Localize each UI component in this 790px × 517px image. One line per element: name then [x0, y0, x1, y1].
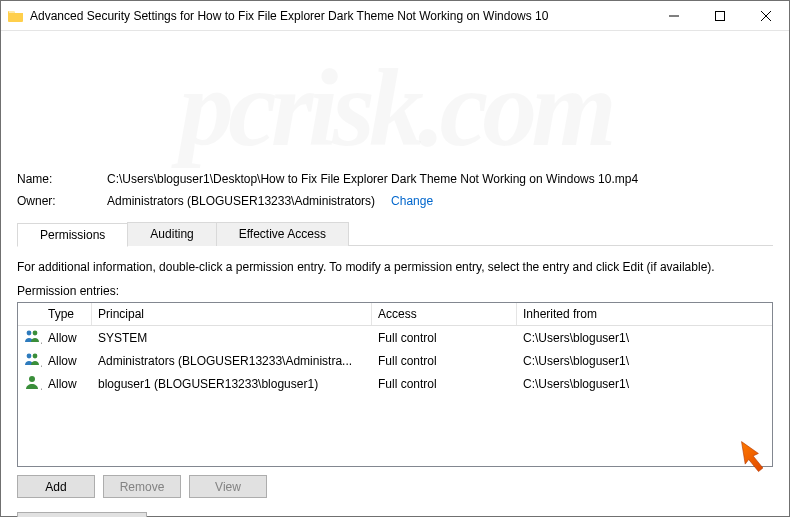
cell-access: Full control — [372, 353, 517, 369]
name-value: C:\Users\bloguser1\Desktop\How to Fix Fi… — [107, 172, 638, 186]
add-button[interactable]: Add — [17, 475, 95, 498]
table-row[interactable]: AllowAdministrators (BLOGUSER13233\Admin… — [18, 349, 772, 372]
maximize-button[interactable] — [697, 1, 743, 31]
cell-inherited: C:\Users\bloguser1\ — [517, 376, 772, 392]
tab-effective-access[interactable]: Effective Access — [216, 222, 349, 246]
cell-type: Allow — [42, 376, 92, 392]
entry-buttons: Add Remove View — [17, 475, 773, 498]
cell-access: Full control — [372, 376, 517, 392]
inheritance-section: Disable inheritance — [17, 512, 773, 517]
close-button[interactable] — [743, 1, 789, 31]
change-owner-link[interactable]: Change — [391, 194, 433, 208]
window-title: Advanced Security Settings for How to Fi… — [30, 9, 651, 23]
remove-button[interactable]: Remove — [103, 475, 181, 498]
tab-permissions[interactable]: Permissions — [17, 223, 128, 247]
header-access[interactable]: Access — [372, 303, 517, 325]
svg-point-5 — [29, 376, 35, 382]
svg-point-2 — [33, 331, 38, 336]
entries-label: Permission entries: — [17, 284, 773, 298]
owner-value: Administrators (BLOGUSER13233\Administra… — [107, 194, 375, 208]
cell-type: Allow — [42, 330, 92, 346]
header-type[interactable]: Type — [42, 303, 92, 325]
tabstrip: Permissions Auditing Effective Access — [17, 222, 773, 246]
table-row[interactable]: Allowbloguser1 (BLOGUSER13233\bloguser1)… — [18, 372, 772, 395]
header-icon-col[interactable] — [18, 303, 42, 325]
window-controls — [651, 1, 789, 30]
cell-principal: Administrators (BLOGUSER13233\Administra… — [92, 353, 372, 369]
table-row[interactable]: AllowSYSTEMFull controlC:\Users\bloguser… — [18, 326, 772, 349]
cell-principal: SYSTEM — [92, 330, 372, 346]
principal-icon — [18, 327, 42, 348]
watermark: pcrisk.com — [17, 45, 773, 172]
permission-entries-list[interactable]: Type Principal Access Inherited from All… — [17, 302, 773, 467]
view-button[interactable]: View — [189, 475, 267, 498]
principal-icon — [18, 350, 42, 371]
principal-icon — [18, 373, 42, 394]
cell-type: Allow — [42, 353, 92, 369]
svg-point-1 — [27, 331, 32, 336]
dialog-content: pcrisk.com Name: C:\Users\bloguser1\Desk… — [1, 31, 789, 517]
instruction-text: For additional information, double-click… — [17, 260, 773, 274]
tab-auditing[interactable]: Auditing — [127, 222, 216, 246]
owner-label: Owner: — [17, 194, 101, 208]
security-settings-window: Advanced Security Settings for How to Fi… — [0, 0, 790, 517]
list-body: AllowSYSTEMFull controlC:\Users\bloguser… — [18, 326, 772, 395]
svg-rect-0 — [716, 12, 725, 21]
folder-icon — [8, 8, 24, 24]
cell-inherited: C:\Users\bloguser1\ — [517, 330, 772, 346]
cell-principal: bloguser1 (BLOGUSER13233\bloguser1) — [92, 376, 372, 392]
svg-point-3 — [27, 354, 32, 359]
header-principal[interactable]: Principal — [92, 303, 372, 325]
titlebar: Advanced Security Settings for How to Fi… — [1, 1, 789, 31]
name-row: Name: C:\Users\bloguser1\Desktop\How to … — [17, 172, 773, 186]
cell-access: Full control — [372, 330, 517, 346]
name-label: Name: — [17, 172, 101, 186]
list-header: Type Principal Access Inherited from — [18, 303, 772, 326]
header-inherited[interactable]: Inherited from — [517, 303, 772, 325]
cell-inherited: C:\Users\bloguser1\ — [517, 353, 772, 369]
owner-row: Owner: Administrators (BLOGUSER13233\Adm… — [17, 194, 773, 208]
minimize-button[interactable] — [651, 1, 697, 31]
disable-inheritance-button[interactable]: Disable inheritance — [17, 512, 147, 517]
svg-point-4 — [33, 354, 38, 359]
